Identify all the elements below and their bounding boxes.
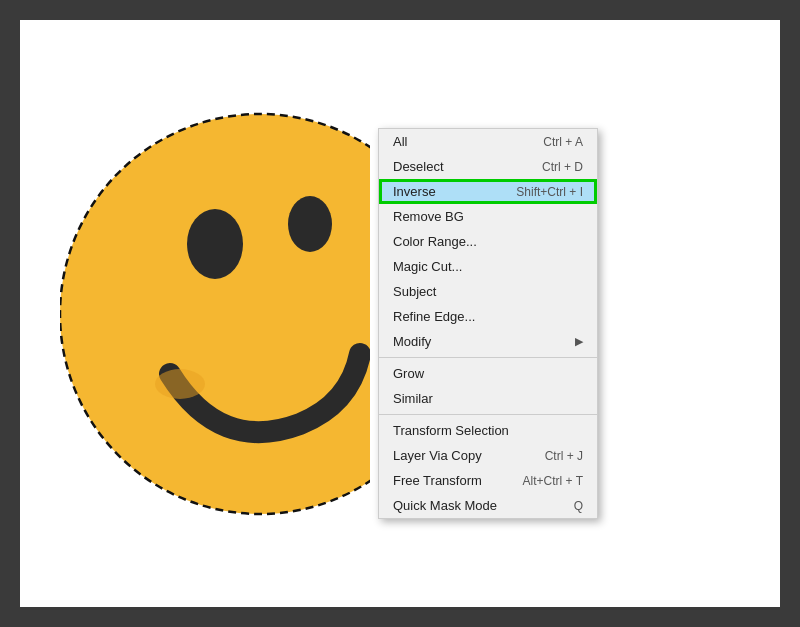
menu-item-free-transform-label: Free Transform [393,473,482,488]
menu-divider-2 [379,414,597,415]
menu-item-color-range[interactable]: Color Range... [379,229,597,254]
menu-item-quick-mask-mode-shortcut: Q [574,499,583,513]
menu-item-refine-edge[interactable]: Refine Edge... [379,304,597,329]
svg-point-1 [60,114,370,514]
menu-item-quick-mask-mode[interactable]: Quick Mask Mode Q [379,493,597,518]
menu-item-remove-bg-label: Remove BG [393,209,464,224]
menu-item-all-label: All [393,134,407,149]
menu-item-modify[interactable]: Modify ▶ [379,329,597,354]
menu-item-free-transform-shortcut: Alt+Ctrl + T [523,474,583,488]
menu-item-refine-edge-label: Refine Edge... [393,309,475,324]
menu-item-all[interactable]: All Ctrl + A [379,129,597,154]
menu-item-all-shortcut: Ctrl + A [543,135,583,149]
smiley-face [60,64,370,564]
menu-item-color-range-label: Color Range... [393,234,477,249]
menu-item-inverse-shortcut: Shift+Ctrl + I [516,185,583,199]
menu-item-layer-via-copy[interactable]: Layer Via Copy Ctrl + J [379,443,597,468]
svg-point-3 [187,209,243,279]
menu-item-transform-selection[interactable]: Transform Selection [379,418,597,443]
svg-point-5 [155,369,205,399]
menu-item-inverse-label: Inverse [393,184,436,199]
menu-item-inverse[interactable]: Inverse Shift+Ctrl + I [379,179,597,204]
menu-item-similar-label: Similar [393,391,433,406]
menu-item-similar[interactable]: Similar [379,386,597,411]
menu-item-magic-cut[interactable]: Magic Cut... [379,254,597,279]
menu-item-deselect-label: Deselect [393,159,444,174]
menu-item-layer-via-copy-label: Layer Via Copy [393,448,482,463]
menu-item-deselect-shortcut: Ctrl + D [542,160,583,174]
menu-item-grow[interactable]: Grow [379,361,597,386]
menu-item-grow-label: Grow [393,366,424,381]
menu-item-deselect[interactable]: Deselect Ctrl + D [379,154,597,179]
menu-item-remove-bg[interactable]: Remove BG [379,204,597,229]
menu-item-layer-via-copy-shortcut: Ctrl + J [545,449,583,463]
menu-item-transform-selection-label: Transform Selection [393,423,509,438]
menu-item-modify-arrow: ▶ [575,335,583,348]
context-menu: All Ctrl + A Deselect Ctrl + D Inverse S… [378,128,598,519]
menu-item-quick-mask-mode-label: Quick Mask Mode [393,498,497,513]
canvas-area: All Ctrl + A Deselect Ctrl + D Inverse S… [20,20,780,607]
menu-item-free-transform[interactable]: Free Transform Alt+Ctrl + T [379,468,597,493]
menu-item-magic-cut-label: Magic Cut... [393,259,462,274]
menu-item-subject-label: Subject [393,284,436,299]
menu-divider-1 [379,357,597,358]
menu-item-modify-label: Modify [393,334,431,349]
svg-point-4 [288,196,332,252]
smiley-container [60,64,370,564]
menu-item-subject[interactable]: Subject [379,279,597,304]
